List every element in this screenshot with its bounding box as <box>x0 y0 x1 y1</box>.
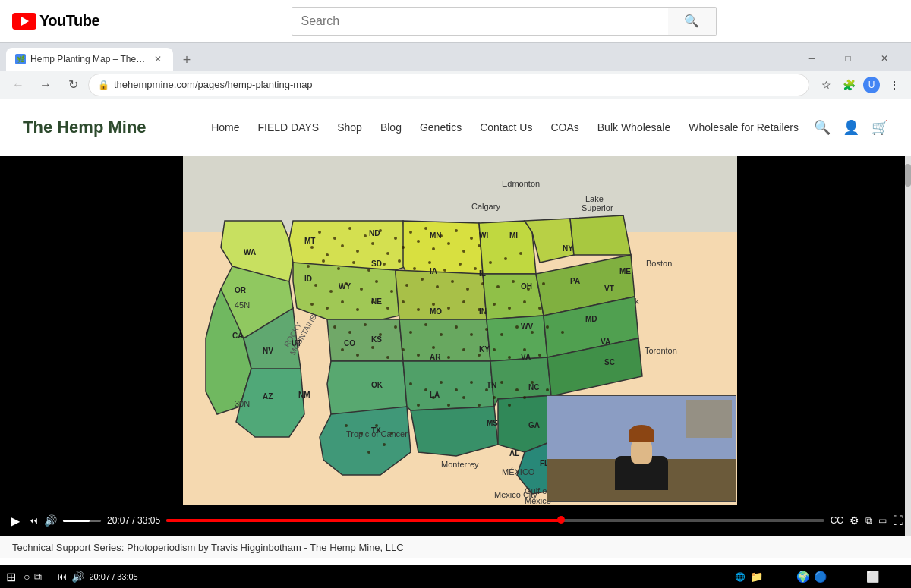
fullscreen-button[interactable]: ⛶ <box>893 514 903 527</box>
address-text: thehempmine.com/pages/hemp-planting-map <box>114 79 799 90</box>
svg-marker-4 <box>403 221 483 274</box>
progress-bar[interactable] <box>166 519 824 522</box>
cc-taskbar-icon[interactable]: CC <box>831 571 846 583</box>
svg-point-73 <box>421 278 424 281</box>
svg-point-67 <box>329 290 333 293</box>
svg-text:MO: MO <box>430 307 442 316</box>
svg-text:MI: MI <box>509 231 518 240</box>
nav-bulk-wholesale[interactable]: Bulk Wholesale <box>597 121 671 134</box>
svg-point-81 <box>542 282 545 285</box>
account-icon[interactable]: 👤 <box>843 119 859 136</box>
profile-icon[interactable]: U <box>861 74 882 96</box>
file-explorer-icon[interactable]: 📁 <box>750 571 763 583</box>
settings-taskbar-icon[interactable]: ⚙ <box>852 571 862 583</box>
svg-text:Lake: Lake <box>585 194 604 203</box>
svg-point-40 <box>326 253 329 256</box>
lock-icon: 🔒 <box>98 80 109 90</box>
pip-taskbar-icon[interactable]: □ <box>884 571 890 583</box>
svg-point-69 <box>360 288 363 291</box>
youtube-logo[interactable]: YouTube <box>12 12 99 30</box>
svg-point-99 <box>348 331 351 334</box>
address-bar[interactable]: 🔒 thehempmine.com/pages/hemp-planting-ma… <box>88 74 809 96</box>
volume-bar[interactable] <box>63 520 101 522</box>
settings-button[interactable]: ⚙ <box>850 514 859 527</box>
svg-point-100 <box>364 323 367 326</box>
svg-text:Boston: Boston <box>646 259 672 268</box>
search-input[interactable] <box>292 7 668 36</box>
site-logo[interactable]: The Hemp Mine <box>23 118 147 137</box>
mail-icon[interactable]: ✉ <box>783 571 792 583</box>
svg-text:PA: PA <box>570 277 580 285</box>
svg-point-62 <box>474 267 477 270</box>
media-volume-icon[interactable]: 🔊 <box>71 571 84 583</box>
scrollbar-thumb[interactable] <box>905 164 911 187</box>
scrollbar[interactable] <box>905 156 911 536</box>
play-button[interactable]: ▶ <box>8 514 23 528</box>
black-bar-left <box>0 156 180 536</box>
svg-point-59 <box>428 261 431 264</box>
forward-button[interactable]: → <box>33 73 58 97</box>
svg-point-121 <box>447 356 450 359</box>
svg-text:IL: IL <box>479 269 486 278</box>
maximize-button[interactable]: □ <box>831 46 865 71</box>
windows-start-icon[interactable]: ⊞ <box>6 570 16 584</box>
svg-text:Tropic of Cancer: Tropic of Cancer <box>346 429 408 439</box>
nav-home[interactable]: Home <box>211 121 239 134</box>
taskbar-current-time: 20:07 <box>89 572 110 581</box>
svg-text:VT: VT <box>604 285 614 293</box>
svg-point-61 <box>459 263 462 266</box>
nav-genetics[interactable]: Genetics <box>420 121 462 134</box>
svg-point-29 <box>333 237 336 240</box>
video-player[interactable]: WA OR CA MT ID NV UT AZ NM WY CO ND SD N… <box>0 156 911 536</box>
skip-back-button[interactable]: ⏮ <box>29 515 38 526</box>
bookmark-icon[interactable]: ☆ <box>815 74 837 96</box>
search-icon[interactable]: 🔍 <box>814 119 831 136</box>
svg-text:GA: GA <box>528 421 540 429</box>
task-view-icon[interactable]: ⧉ <box>34 571 42 583</box>
theater-taskbar-icon[interactable]: ⬜ <box>866 571 879 583</box>
edge-icon[interactable]: 🌐 <box>735 572 746 582</box>
svg-text:MT: MT <box>304 237 315 245</box>
pip-face <box>631 438 652 464</box>
refresh-button[interactable]: ↻ <box>61 73 85 97</box>
tab-close-button[interactable]: ✕ <box>152 53 164 65</box>
close-button[interactable]: ✕ <box>867 46 902 71</box>
taskbar-total-time: 33:05 <box>117 572 138 581</box>
search-button[interactable] <box>668 7 717 36</box>
svg-text:SC: SC <box>604 358 615 366</box>
toolbar-icons: ☆ 🧩 U ⋮ <box>815 74 905 96</box>
nav-wholesale-retailers[interactable]: Wholesale for Retailers <box>689 121 799 134</box>
minimize-button[interactable]: ─ <box>794 46 829 71</box>
media-play-icon[interactable]: ▶ <box>46 571 53 582</box>
browser-taskbar-icon[interactable]: 🌍 <box>796 571 809 583</box>
nav-coas[interactable]: COAs <box>550 121 578 134</box>
svg-point-78 <box>496 285 500 288</box>
back-button[interactable]: ← <box>6 73 30 97</box>
extensions-icon[interactable]: 🧩 <box>838 74 859 96</box>
nav-blog[interactable]: Blog <box>380 121 402 134</box>
media-prev-icon[interactable]: ⏮ <box>58 571 67 582</box>
svg-marker-25 <box>411 407 498 456</box>
search-taskbar-icon[interactable]: ○ <box>24 571 30 583</box>
nav-contact-us[interactable]: Contact Us <box>480 121 532 134</box>
theater-button[interactable]: ▭ <box>878 515 887 526</box>
cc-button[interactable]: CC <box>831 515 843 526</box>
volume-button[interactable]: 🔊 <box>44 514 57 527</box>
nav-field-days[interactable]: FIELD DAYS <box>258 121 320 134</box>
svg-point-116 <box>371 346 374 349</box>
svg-point-35 <box>424 227 427 230</box>
total-time: 33:05 <box>137 515 160 526</box>
chrome-icon[interactable]: 🔵 <box>814 571 827 583</box>
more-options-icon[interactable]: ⋮ <box>884 74 905 96</box>
video-title-bar: Technical Support Series: Photoperiodism… <box>0 536 911 558</box>
fullscreen-taskbar-icon[interactable]: ⛶ <box>894 571 905 583</box>
pip-room <box>547 396 736 501</box>
cart-icon[interactable]: 🛒 <box>872 119 888 136</box>
new-tab-button[interactable]: + <box>176 49 197 71</box>
svg-point-102 <box>394 325 397 329</box>
miniplayer-button[interactable]: ⧉ <box>865 515 872 526</box>
svg-text:AZ: AZ <box>263 392 273 401</box>
browser-tab[interactable]: Hemp Planting Map – The Hemp... ✕ <box>6 48 173 71</box>
store-icon[interactable]: 🛍 <box>768 571 778 583</box>
nav-shop[interactable]: Shop <box>337 121 362 134</box>
